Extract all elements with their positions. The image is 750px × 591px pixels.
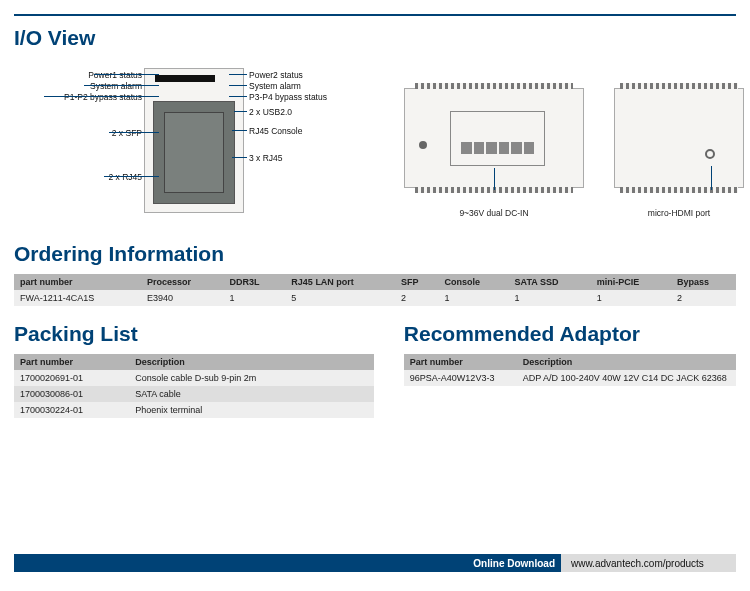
callout-sfp: 2 x SFP bbox=[112, 128, 142, 138]
callout-power1: Power1 status bbox=[88, 70, 142, 80]
callout-rj45-l: 2 x RJ45 bbox=[108, 172, 142, 182]
th: RJ45 LAN port bbox=[285, 274, 395, 290]
ordering-table: part number Processor DDR3L RJ45 LAN por… bbox=[14, 274, 736, 306]
heading-packing: Packing List bbox=[14, 322, 374, 346]
heading-ordering: Ordering Information bbox=[14, 242, 736, 266]
table-row: 1700020691-01Console cable D-sub 9-pin 2… bbox=[14, 370, 374, 386]
callout-power2: Power2 status bbox=[249, 70, 303, 80]
callout-p1p2: P1-P2 bypass status bbox=[64, 92, 142, 102]
hdmi-port-icon bbox=[705, 149, 715, 159]
io-view-row: Power1 status System alarm P1-P2 bypass … bbox=[14, 58, 736, 218]
heading-io-view: I/O View bbox=[14, 26, 736, 50]
th: part number bbox=[14, 274, 141, 290]
th: Bypass bbox=[671, 274, 736, 290]
th: Part number bbox=[404, 354, 517, 370]
callout-rj45-r: 3 x RJ45 bbox=[249, 153, 283, 163]
callout-alarm-r: System alarm bbox=[249, 81, 301, 91]
side-caption: micro-HDMI port bbox=[648, 208, 710, 218]
callout-console: RJ45 Console bbox=[249, 126, 302, 136]
th: Description bbox=[129, 354, 374, 370]
top-rule bbox=[14, 14, 736, 16]
top-caption: 9~36V dual DC-IN bbox=[459, 208, 528, 218]
th: Console bbox=[439, 274, 509, 290]
footer-url[interactable]: www.advantech.com/products bbox=[561, 554, 736, 572]
footer-bar: Online Download www.advantech.com/produc… bbox=[14, 554, 736, 572]
device-front bbox=[144, 68, 244, 213]
table-row: 96PSA-A40W12V3-3ADP A/D 100-240V 40W 12V… bbox=[404, 370, 736, 386]
footer-download-label: Online Download bbox=[467, 554, 561, 572]
th: SFP bbox=[395, 274, 438, 290]
callout-usb: 2 x USB2.0 bbox=[249, 107, 292, 117]
th: Part number bbox=[14, 354, 129, 370]
table-row: FWA-1211-4CA1SE39401521112 bbox=[14, 290, 736, 306]
th: Description bbox=[517, 354, 736, 370]
heading-adaptor: Recommended Adaptor bbox=[404, 322, 736, 346]
side-diagram: micro-HDMI port bbox=[614, 58, 744, 218]
adaptor-table: Part number Description 96PSA-A40W12V3-3… bbox=[404, 354, 736, 386]
th: Processor bbox=[141, 274, 224, 290]
th: SATA SSD bbox=[509, 274, 591, 290]
top-diagram: 9~36V dual DC-IN bbox=[404, 58, 584, 218]
table-row: 1700030224-01Phoenix terminal bbox=[14, 402, 374, 418]
th: mini-PCIE bbox=[591, 274, 671, 290]
callout-p3p4: P3-P4 bypass status bbox=[249, 92, 327, 102]
front-diagram: Power1 status System alarm P1-P2 bypass … bbox=[14, 58, 374, 218]
table-row: 1700030086-01SATA cable bbox=[14, 386, 374, 402]
packing-table: Part number Description 1700020691-01Con… bbox=[14, 354, 374, 418]
callout-alarm-l: System alarm bbox=[90, 81, 142, 91]
th: DDR3L bbox=[223, 274, 285, 290]
